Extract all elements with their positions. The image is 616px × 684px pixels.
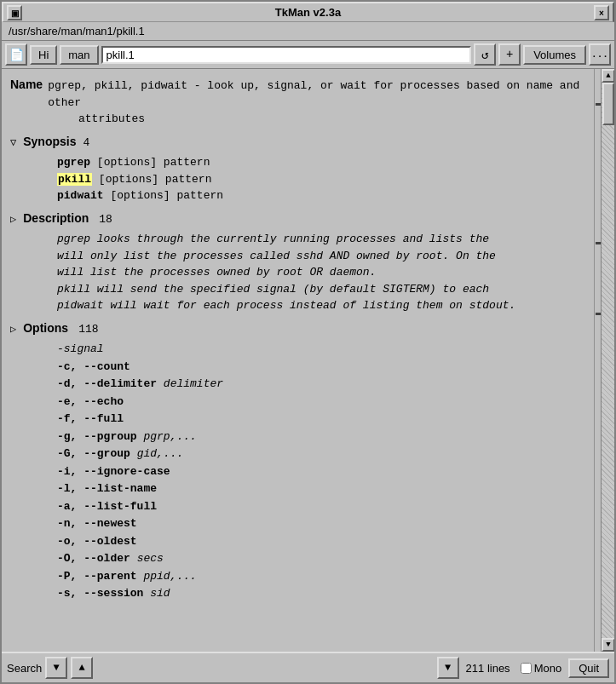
scroll-track[interactable] (602, 83, 614, 638)
description-count: 18 (99, 211, 112, 228)
more-button[interactable]: ... (589, 43, 611, 66)
option-ignore-case: -i, --ignore-case (57, 463, 585, 480)
option-signal: -signal (57, 341, 585, 358)
options-body: -signal -c, --count -d, --delimiter deli… (57, 341, 585, 602)
scroll-up-button[interactable]: ▲ (602, 69, 614, 83)
reset-button[interactable]: ↺ (474, 43, 496, 66)
marker-1 (596, 103, 601, 106)
options-section: ▷ Options 118 -signal -c, --count -d, --… (10, 319, 585, 602)
name-section-attrs: attributes (78, 112, 145, 125)
scroll-down-bottom[interactable]: ▼ (437, 657, 459, 679)
synopsis-section: ▽ Synopsis 4 pgrep [options] pattern pki… (10, 133, 585, 204)
add-button[interactable]: + (498, 43, 521, 66)
option-oldest: -o, --oldest (57, 533, 585, 550)
side-markers (594, 69, 601, 652)
mono-label: Mono (534, 662, 562, 675)
synopsis-count: 4 (83, 135, 89, 152)
path-text: /usr/share/man/man1/pkill.1 (9, 25, 145, 37)
page-icon[interactable]: 📄 (5, 43, 27, 66)
page-input[interactable] (101, 46, 472, 64)
option-count: -c, --count (57, 359, 585, 376)
scroll-down-button[interactable]: ▼ (602, 638, 614, 652)
description-section: ▷ Description 18 pgrep looks through the… (10, 210, 585, 314)
option-list-full: -a, --list-full (57, 498, 585, 515)
scrollbar: ▲ ▼ (601, 69, 614, 652)
toolbar: 📄 Hi man ↺ + Volumes ... (2, 41, 614, 69)
option-session: -s, --session sid (57, 585, 585, 602)
mono-checkbox[interactable] (521, 663, 532, 674)
options-count: 118 (78, 321, 98, 338)
scroll-thumb[interactable] (602, 83, 614, 125)
quit-button[interactable]: Quit (568, 658, 609, 678)
desc-line-2: will only list the processes called sshd… (57, 248, 585, 265)
pidwait-line: pidwait [options] pattern (57, 187, 585, 204)
synopsis-header: Synopsis (23, 133, 76, 151)
marker-2 (596, 242, 601, 244)
synopsis-toggle[interactable]: ▽ (10, 135, 16, 151)
name-section-content: pgrep, pkill, pidwait - look up, signal,… (48, 78, 585, 111)
option-group: -G, --group gid,... (57, 445, 585, 463)
description-body: pgrep looks through the currently runnin… (57, 231, 585, 314)
description-header: Description (23, 210, 89, 227)
name-section: Name pgrep, pkill, pidwait - look up, si… (10, 76, 585, 128)
content-area: Name pgrep, pkill, pidwait - look up, si… (2, 69, 594, 652)
desc-line-4: pkill will send the specified signal (by… (57, 281, 585, 298)
option-delimiter: -d, --delimiter delimiter (57, 376, 585, 393)
option-pgroup: -g, --pgroup pgrp,... (57, 428, 585, 445)
mono-checkbox-label: Mono (521, 662, 562, 675)
desc-line-3: will list the processes owned by root OR… (57, 264, 585, 281)
path-bar: /usr/share/man/man1/pkill.1 (2, 22, 614, 41)
description-toggle[interactable]: ▷ (10, 212, 16, 227)
option-echo: -e, --echo (57, 394, 585, 411)
option-older: -O, --older secs (57, 550, 585, 567)
man-button[interactable]: man (60, 45, 98, 65)
search-up-button[interactable]: ▲ (71, 657, 93, 679)
desc-line-5: pidwait will wait for each process inste… (57, 297, 585, 314)
lines-label: 211 lines (466, 662, 510, 675)
close-icon[interactable]: ▣ (7, 5, 22, 20)
minimize-icon[interactable]: × (594, 5, 609, 20)
option-newest: -n, --newest (57, 515, 585, 532)
options-toggle[interactable]: ▷ (10, 322, 16, 337)
option-list-name: -l, --list-name (57, 480, 585, 497)
options-header: Options (23, 319, 68, 337)
option-parent: -P, --parent ppid,... (57, 568, 585, 585)
marker-3 (596, 313, 601, 315)
title-text: TkMan v2.3a (275, 6, 341, 19)
title-bar: ▣ TkMan v2.3a × (2, 2, 614, 22)
search-label: Search (7, 662, 42, 675)
option-full: -f, --full (57, 411, 585, 428)
name-section-header: Name (10, 76, 43, 94)
search-down-button[interactable]: ▼ (45, 657, 67, 679)
pkill-line: pkill [options] pattern (57, 171, 585, 188)
volumes-button[interactable]: Volumes (523, 45, 586, 65)
synopsis-body: pgrep [options] pattern pkill [options] … (57, 154, 585, 204)
hi-button[interactable]: Hi (30, 45, 57, 65)
desc-line-1: pgrep looks through the currently runnin… (57, 231, 585, 248)
pgrep-line: pgrep [options] pattern (57, 154, 585, 171)
bottom-bar: Search ▼ ▲ ▼ 211 lines Mono Quit (2, 652, 614, 682)
